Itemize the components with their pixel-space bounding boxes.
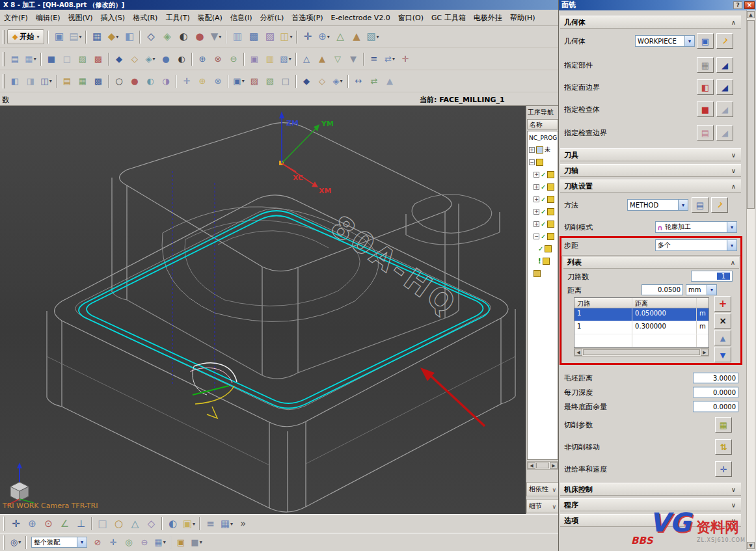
collapse-caret-icon[interactable]: ∧ <box>731 19 736 26</box>
toolbar-icon-button[interactable]: ✛ <box>105 535 121 550</box>
tree-check-icon[interactable]: ! <box>538 258 541 265</box>
toolbar-icon-button[interactable]: ▧ <box>262 74 278 89</box>
new-method-button[interactable] <box>711 197 728 213</box>
toolbar-icon-button[interactable]: ◈▾ <box>142 51 158 67</box>
dropdown-arrow-icon[interactable]: ▾ <box>79 34 82 40</box>
list-table-row[interactable]: 10.050000m <box>574 308 709 321</box>
toolbar-icon-button[interactable]: ⇄▾ <box>382 51 398 67</box>
display-face-boundary-button[interactable] <box>716 79 733 95</box>
cut-pattern-select[interactable]: 轮廓加工 <box>655 221 737 233</box>
toolbar-icon-button[interactable]: ■▾ <box>189 535 204 550</box>
toolbar-icon-button[interactable]: ▥ <box>262 51 278 67</box>
dropdown-arrow-icon[interactable] <box>727 222 736 232</box>
toolbar-icon-button[interactable]: □ <box>59 51 75 67</box>
toolbar-icon-button[interactable]: ⊕ <box>24 516 40 532</box>
distance-unit-select[interactable]: mm <box>686 284 717 295</box>
scrollbar-thumb[interactable] <box>747 20 755 209</box>
navigator-tree-row[interactable]: NC_PROG <box>528 131 558 144</box>
dropdown-arrow-icon[interactable] <box>684 36 694 46</box>
toolbar-grip[interactable] <box>3 535 5 550</box>
non-cutting-moves-button[interactable] <box>715 439 732 455</box>
toolbar-grip[interactable] <box>3 517 5 531</box>
select-check-body-button[interactable] <box>697 101 714 117</box>
toolbar-icon-button[interactable]: » <box>235 516 251 532</box>
toolbar-icon-button[interactable]: ▩ <box>90 51 106 67</box>
navigator-tree-row[interactable] <box>528 267 558 280</box>
toolbar-icon-button[interactable]: △ <box>127 516 143 532</box>
dropdown-arrow-icon[interactable]: ▾ <box>289 56 291 62</box>
toolbar-icon-button[interactable]: ▣ <box>247 51 262 67</box>
toolbar-icon-button[interactable]: ▧▾ <box>278 51 293 67</box>
navigator-hscrollbar[interactable] <box>527 461 558 470</box>
toolbar-icon-button[interactable]: ⊘ <box>90 535 105 550</box>
dropdown-arrow-icon[interactable] <box>707 285 716 295</box>
toolbar-icon-button[interactable]: ▤ <box>7 51 23 67</box>
toolbar-icon-button[interactable]: ◧ <box>121 29 137 45</box>
navigator-tree-row[interactable]: − <box>528 156 558 168</box>
dropdown-arrow-icon[interactable]: ▾ <box>377 34 379 40</box>
toolbar-icon-button[interactable]: ▣▾ <box>181 516 197 532</box>
menu-item[interactable]: 格式(R) <box>129 11 161 25</box>
toolbar-icon-button[interactable]: ◎▾ <box>8 535 23 550</box>
table-hscrollbar[interactable] <box>574 348 709 356</box>
toolbar-icon-button[interactable]: ▲ <box>382 74 398 89</box>
navigator-tree-row[interactable]: +未 <box>528 144 558 156</box>
scroll-left-icon[interactable] <box>574 349 582 356</box>
tree-check-icon[interactable]: ✓ <box>541 196 546 203</box>
toolbar-icon-button[interactable]: ✛ <box>398 51 413 67</box>
toolbar-icon-button[interactable]: ◇ <box>127 51 142 67</box>
tree-expander-icon[interactable]: + <box>533 221 539 227</box>
toolbar-icon-button[interactable]: ▦▾ <box>219 516 235 532</box>
toolbar-icon-button[interactable]: ◆ <box>111 51 127 67</box>
toolbar-icon-button[interactable]: ⊗ <box>210 51 226 67</box>
toolbar-icon-button[interactable]: ▽ <box>330 51 345 67</box>
tree-check-icon[interactable]: ✓ <box>541 208 546 215</box>
toolbar-icon-button[interactable]: ▣ <box>173 535 189 550</box>
navigator-tree-row[interactable]: +✓ <box>528 181 558 193</box>
dropdown-arrow-icon[interactable]: ▾ <box>327 34 330 40</box>
toolbar-icon-button[interactable]: ◐ <box>175 29 191 45</box>
tree-expander-icon[interactable]: + <box>533 184 539 190</box>
add-row-button[interactable] <box>714 296 731 312</box>
toolbar-icon-button[interactable]: ⊕ <box>195 51 210 67</box>
select-face-boundary-button[interactable] <box>697 79 714 95</box>
passes-input[interactable]: 1 <box>691 271 733 282</box>
dropdown-arrow-icon[interactable]: ▾ <box>290 34 293 40</box>
toolbar-icon-button[interactable]: ⊥ <box>73 516 89 532</box>
dropdown-arrow-icon[interactable]: ▾ <box>116 34 118 40</box>
dropdown-arrow-icon[interactable]: ▾ <box>163 539 166 545</box>
toolbar-icon-button[interactable]: □ <box>94 516 111 532</box>
toolbar-icon-button[interactable]: ◈▾ <box>330 74 345 89</box>
tree-check-icon[interactable]: ✓ <box>541 171 546 178</box>
toolbar-icon-button[interactable]: ▤ <box>59 74 75 89</box>
toolbar-icon-button[interactable]: ○ <box>111 74 127 89</box>
assembly-scope-select[interactable]: 整个装配 <box>31 537 87 548</box>
dropdown-arrow-icon[interactable]: ▾ <box>34 56 36 62</box>
toolbar-icon-button[interactable]: ▨ <box>75 51 90 67</box>
section-tool-header[interactable]: 刀具 ∨ <box>560 148 741 161</box>
scrollbar-thumb[interactable] <box>536 463 549 468</box>
navigator-name-column-header[interactable]: 名称 <box>527 119 558 129</box>
collapse-caret-icon[interactable]: ∨ <box>731 167 736 174</box>
navigator-tree-row[interactable]: ✓ <box>528 243 558 255</box>
toolbar-grip[interactable] <box>3 74 5 88</box>
toolbar-icon-button[interactable]: ▨ <box>247 74 262 89</box>
toolbar-icon-button[interactable]: △ <box>332 29 348 45</box>
menu-item[interactable]: 信息(I) <box>226 11 256 25</box>
menu-item[interactable]: 帮助(H) <box>506 11 539 25</box>
menu-item[interactable]: 分析(L) <box>256 11 288 25</box>
dropdown-arrow-icon[interactable]: ▾ <box>200 539 202 545</box>
toolbar-icon-button[interactable]: ⊖ <box>226 51 241 67</box>
move-row-up-button[interactable] <box>714 330 731 345</box>
stepover-select[interactable]: 多个 <box>655 239 737 251</box>
toolbar-icon-button[interactable]: ▦▾ <box>23 51 38 67</box>
dialog-titlebar[interactable]: 面铣 <box>559 0 756 10</box>
toolbar-icon-button[interactable]: ◆ <box>299 74 314 89</box>
collapse-caret-icon[interactable]: ∧ <box>731 259 735 266</box>
delete-row-button[interactable] <box>714 313 731 329</box>
edit-geometry-button[interactable] <box>716 33 733 49</box>
navigator-tree-row[interactable]: +✓ <box>528 168 558 181</box>
menu-item[interactable]: 电极外挂 <box>470 11 506 25</box>
dependency-panel-header[interactable]: 相依性 <box>526 482 558 496</box>
collapse-caret-icon[interactable]: ∨ <box>731 152 736 159</box>
